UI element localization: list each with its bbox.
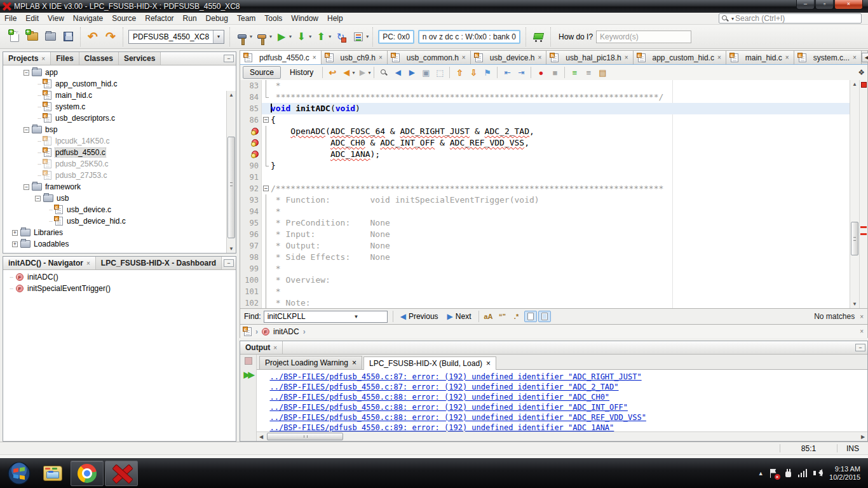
tab-close-icon[interactable]: × bbox=[538, 54, 541, 61]
navigator-tab-initadc-navigator[interactable]: initADC() - Navigator× bbox=[3, 257, 96, 269]
projects-minimize-icon[interactable]: − bbox=[224, 55, 234, 62]
fold-margin[interactable] bbox=[262, 80, 271, 92]
expander-icon[interactable]: − bbox=[24, 184, 29, 190]
code-text[interactable]: * bbox=[271, 80, 850, 92]
network-icon[interactable] bbox=[798, 469, 808, 477]
comment-button[interactable]: ≡ bbox=[568, 66, 581, 79]
error-badge-icon[interactable] bbox=[252, 151, 259, 158]
wrap-search-toggle[interactable] bbox=[538, 311, 551, 322]
editor-tab-usb-device-h[interactable]: husb_device.h× bbox=[471, 51, 547, 64]
code-text[interactable]: * bbox=[271, 206, 850, 217]
find-selection-button[interactable] bbox=[377, 66, 390, 79]
make-program-button[interactable]: ⬇ bbox=[293, 29, 309, 45]
rerun-build-button[interactable]: ▶▶ bbox=[244, 370, 253, 379]
code-line-96[interactable]: 96 * Input: None bbox=[240, 229, 850, 240]
profile-point-button[interactable]: ■ bbox=[548, 66, 561, 79]
expander-icon[interactable]: − bbox=[24, 70, 29, 76]
volume-icon[interactable] bbox=[813, 469, 823, 477]
tree-item-usb-device-c[interactable]: ┄cusb_device.c bbox=[3, 204, 236, 215]
fold-margin[interactable] bbox=[262, 252, 271, 263]
next-bookmark-button[interactable]: ⇩ bbox=[467, 66, 480, 79]
fold-margin[interactable] bbox=[262, 149, 271, 160]
navigator-item-initspecialeventtrigger-[interactable]: ┄FinitSpecialEventTrigger() bbox=[3, 283, 236, 294]
code-line-93[interactable]: 93 * Function: void initSpecialEventTrig… bbox=[240, 194, 850, 206]
code-line-90[interactable]: 90} bbox=[240, 160, 850, 172]
power-icon[interactable] bbox=[784, 469, 792, 478]
read-device-button[interactable]: ⬆ bbox=[313, 29, 329, 45]
tab-close-icon[interactable]: × bbox=[853, 54, 857, 61]
navigator-tab-lpc-fsusb-hid-x-dashboard[interactable]: LPC_FSUSB-HID-X - Dashboard bbox=[96, 257, 222, 269]
menu-source[interactable]: Source bbox=[107, 13, 140, 24]
fold-margin[interactable] bbox=[262, 160, 271, 172]
history-view-button[interactable]: History bbox=[283, 67, 320, 78]
tab-close-icon[interactable]: × bbox=[717, 54, 721, 61]
menu-view[interactable]: View bbox=[43, 13, 69, 24]
start-button[interactable] bbox=[6, 461, 32, 486]
back-button[interactable]: ◀ bbox=[340, 66, 353, 79]
project-config-select[interactable]: PDFSUSB_4550_XC8 ▾ bbox=[128, 30, 224, 44]
projects-tab-services[interactable]: Services bbox=[119, 52, 161, 65]
fold-margin[interactable] bbox=[262, 92, 271, 103]
search-scope-dropdown-icon[interactable]: ▾ bbox=[731, 16, 734, 22]
fold-margin[interactable] bbox=[262, 194, 271, 206]
refresh-debug-button[interactable]: ↻ bbox=[332, 29, 349, 45]
fold-margin[interactable] bbox=[262, 137, 271, 149]
code-line-87[interactable]: OpenADC(ADC_FOSC_64 & ADC_RIGHT_JUST & A… bbox=[240, 126, 850, 137]
tree-item-lpcudk-14k50-c[interactable]: ┄clpcudk_14K50.c bbox=[3, 135, 236, 147]
build-button[interactable] bbox=[234, 29, 250, 45]
code-text[interactable]: { bbox=[271, 114, 850, 126]
run-button[interactable]: ▶ bbox=[273, 29, 290, 45]
find-close-icon[interactable]: × bbox=[860, 313, 864, 320]
toggle-highlight-button[interactable]: ▣ bbox=[419, 66, 432, 79]
taskbar-chrome-button[interactable] bbox=[71, 461, 104, 486]
code-text[interactable]: } bbox=[271, 160, 850, 172]
code-line-98[interactable]: 98 * Side Effects: None bbox=[240, 252, 850, 263]
code-text[interactable]: ADC_CH0 & ADC_INT_OFF & ADC_REF_VDD_VSS, bbox=[271, 137, 850, 149]
code-line-94[interactable]: 94 * bbox=[240, 206, 850, 217]
new-project-button[interactable]: + bbox=[24, 29, 41, 45]
code-line-84[interactable]: 84 *************************************… bbox=[240, 92, 850, 103]
fold-margin[interactable] bbox=[262, 297, 271, 308]
tab-close-icon[interactable]: × bbox=[352, 358, 356, 367]
fold-margin[interactable] bbox=[262, 206, 271, 217]
menu-tools[interactable]: Tools bbox=[260, 13, 287, 24]
code-line-97[interactable]: 97 * Output: None bbox=[240, 240, 850, 252]
open-project-button[interactable] bbox=[42, 29, 58, 45]
error-link[interactable]: ../BSP-FILES/pdfusb_4550.c:87: error: (1… bbox=[269, 383, 618, 391]
code-text[interactable]: * Side Effects: None bbox=[271, 252, 850, 263]
editor-scrollbar[interactable]: ▲ ▼ bbox=[850, 80, 859, 308]
tab-close-icon[interactable]: × bbox=[41, 55, 45, 62]
tree-item-app[interactable]: −app bbox=[3, 67, 236, 78]
tray-expand-icon[interactable]: ▲ bbox=[758, 470, 764, 477]
tab-scroll-left-icon[interactable]: ◀ bbox=[862, 53, 868, 62]
new-file-button[interactable]: + bbox=[6, 29, 23, 45]
tab-close-icon[interactable]: × bbox=[785, 54, 789, 61]
code-text[interactable]: OpenADC(ADC_FOSC_64 & ADC_RIGHT_JUST & A… bbox=[271, 126, 850, 137]
fold-margin[interactable] bbox=[262, 286, 271, 297]
code-text[interactable]: void initADC(void) bbox=[271, 103, 850, 114]
output-scrollbar[interactable]: ◀ ▶ bbox=[257, 431, 867, 441]
projects-scrollbar[interactable]: ▲ ▼ bbox=[226, 91, 236, 253]
code-text[interactable]: /***************************************… bbox=[271, 183, 850, 194]
uncomment-button[interactable]: ≡ bbox=[582, 66, 595, 79]
projects-tab-files[interactable]: Files bbox=[51, 52, 79, 65]
menu-navigate[interactable]: Navigate bbox=[69, 13, 107, 24]
menu-run[interactable]: Run bbox=[179, 13, 201, 24]
breadcrumb-close-icon[interactable]: × bbox=[860, 328, 864, 335]
code-line-101[interactable]: 101 * bbox=[240, 286, 850, 297]
editor-tab-usb-common-h[interactable]: husb_common.h× bbox=[388, 51, 471, 64]
split-editor-icon[interactable]: ❖ bbox=[858, 68, 865, 77]
error-link[interactable]: ../BSP-FILES/pdfusb_4550.c:88: error: (1… bbox=[269, 403, 628, 412]
code-text[interactable] bbox=[271, 172, 850, 183]
code-line-85[interactable]: 85void initADC(void) bbox=[240, 103, 850, 114]
error-link[interactable]: ../BSP-FILES/pdfusb_4550.c:89: error: (1… bbox=[269, 423, 614, 431]
tree-item-pdusb-25k50-c[interactable]: ┄cpdusb_25K50.c bbox=[3, 158, 236, 170]
expander-icon[interactable]: + bbox=[12, 241, 18, 247]
fold-margin[interactable] bbox=[262, 217, 271, 229]
tab-close-icon[interactable]: × bbox=[462, 54, 466, 61]
close-button[interactable]: × bbox=[834, 0, 863, 10]
tree-item-pdfusb-4550-c[interactable]: ┄cpdfusb_4550.c bbox=[3, 147, 236, 158]
code-line-89[interactable]: ADC_1ANA); bbox=[240, 149, 850, 160]
projects-tab-classes[interactable]: Classes bbox=[79, 52, 119, 65]
maximize-button[interactable]: ▫ bbox=[815, 0, 834, 10]
